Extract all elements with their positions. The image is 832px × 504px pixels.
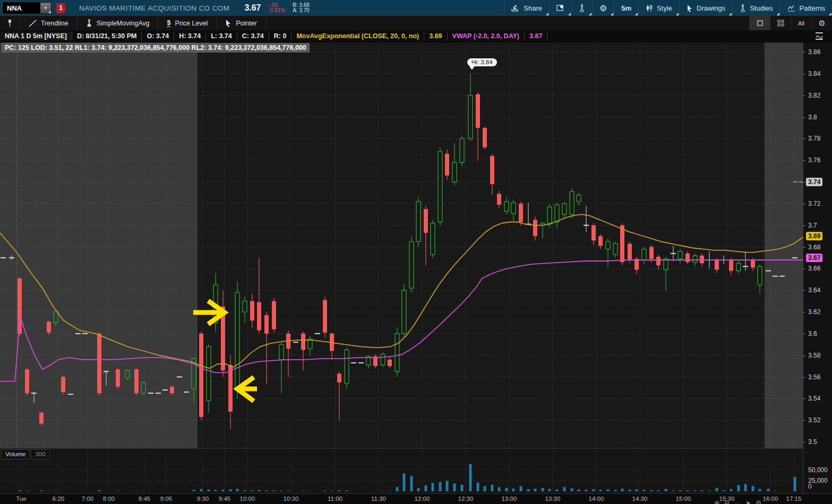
- price-axis-label: 3.64: [808, 286, 820, 294]
- study-vwap-value: 3.67: [525, 32, 547, 40]
- price-axis-label: [803, 225, 805, 226]
- chart-title: NNA 1 D 5m [NYSE]: [0, 32, 72, 40]
- price-axis-label: 3.78: [808, 135, 820, 142]
- ohlc-high: H: 3.74: [174, 32, 206, 40]
- time-axis-label: 15:00: [671, 496, 696, 502]
- price-axis-label: [803, 95, 805, 96]
- time-axis-label: 10:00: [235, 496, 260, 502]
- price-axis-label: [803, 182, 805, 183]
- time-axis-label: 10:30: [279, 496, 303, 502]
- price-axis-label: [803, 117, 805, 118]
- price-axis-label: 3.86: [808, 48, 820, 56]
- time-axis-label: 9:45: [212, 496, 237, 502]
- chart-zoom-controls[interactable]: ⊕⊖↔➤⚙: [714, 499, 766, 504]
- tool-price-level[interactable]: $ Price Level: [158, 16, 217, 30]
- time-axis-label: 13:30: [541, 496, 565, 502]
- grid-icon: [777, 20, 784, 27]
- report-button[interactable]: [549, 0, 571, 16]
- alert-badge[interactable]: 1: [56, 3, 65, 13]
- chart-datetime: D: 8/31/21, 5:30 PM: [72, 32, 142, 40]
- price-axis-label: [803, 160, 805, 161]
- time-axis-label: 9:30: [191, 496, 215, 502]
- dollar-underline-icon: $: [167, 20, 170, 27]
- chart-settings-button[interactable]: ⚙: [811, 16, 832, 30]
- price-axis-label: [803, 398, 805, 399]
- quick-chart-icon[interactable]: [814, 32, 825, 42]
- tool-simple-moving-avg[interactable]: SimpleMovingAvg: [78, 16, 159, 30]
- price-axis-label: [803, 52, 805, 53]
- share-button[interactable]: Share: [504, 0, 549, 16]
- study-ema-label[interactable]: MovAvgExponential (CLOSE, 20, 0, no): [291, 32, 424, 40]
- price-axis-label: [803, 138, 805, 139]
- settings-button[interactable]: ⚙: [592, 0, 614, 16]
- pin-toolbar-button[interactable]: [0, 16, 20, 30]
- price-axis-label: [803, 442, 805, 442]
- bid-ask: B: 3.68A: 3.70: [293, 3, 310, 13]
- symbol-input[interactable]: NNA ▼: [2, 2, 52, 14]
- price-axis-label: 0: [808, 483, 812, 490]
- patterns-button[interactable]: Patterns: [780, 0, 832, 16]
- timeframe-button[interactable]: 5m: [614, 0, 638, 16]
- volume-pane-header: Volume 300: [1, 449, 50, 459]
- flask-icon: [86, 19, 92, 27]
- price-axis-label: 3.56: [808, 373, 820, 381]
- time-axis-label: 8:00: [97, 496, 121, 502]
- last-price: 3.67: [244, 3, 261, 13]
- price-change: -.03-0.81%: [269, 3, 286, 13]
- price-axis-label: [803, 355, 805, 356]
- price-axis-label: 50,000: [808, 466, 828, 474]
- study-vwap-label[interactable]: VWAP (-2.0, 2.0, DAY): [448, 32, 525, 40]
- time-axis-label: 13:00: [497, 496, 521, 502]
- time-axis[interactable]: Tue6:207:008:008:459:059:309:4510:0010:3…: [0, 493, 832, 504]
- price-axis-label: 3.72: [808, 200, 820, 207]
- study-ema-value: 3.69: [424, 32, 447, 40]
- price-axis-label: 3.58: [808, 352, 820, 359]
- ohlc-low: L: 3.74: [206, 32, 237, 40]
- grid-layout-button[interactable]: [770, 16, 791, 30]
- style-button[interactable]: Style: [638, 0, 679, 16]
- drawing-tools-toolbar: Trendline SimpleMovingAvg $ Price Level …: [0, 16, 832, 31]
- share-icon: [511, 4, 520, 12]
- price-chart[interactable]: [0, 42, 803, 493]
- high-annotation-bubble: Hi: 3.84: [467, 58, 497, 66]
- price-axis-label: [803, 334, 805, 334]
- tool-pointer[interactable]: Pointer: [217, 16, 266, 30]
- maximize-chart-button[interactable]: [749, 16, 770, 30]
- price-axis-badge: 3.67: [806, 254, 822, 262]
- volume-pane-label[interactable]: Volume: [1, 449, 30, 459]
- price-axis-label: [803, 74, 805, 74]
- symbol-text: NNA: [3, 4, 40, 12]
- trendline-icon: [29, 20, 37, 27]
- price-axis-label: [803, 268, 805, 269]
- price-axis-label: [803, 420, 805, 421]
- candlestick-icon: [646, 4, 653, 12]
- symbol-dropdown-icon[interactable]: ▼: [40, 3, 51, 13]
- time-axis-label: 14:30: [628, 496, 652, 502]
- ohlc-open: O: 3.74: [142, 32, 174, 40]
- time-axis-label: 17:15: [782, 496, 806, 502]
- volume-pane-value[interactable]: 300: [31, 449, 49, 459]
- company-name: NAVIOS MARITIME ACQUISITION CO COM: [79, 4, 229, 12]
- pin-icon: [7, 19, 12, 27]
- ohlc-close: C: 3.74: [237, 32, 269, 40]
- status-line: PC: 125 LOD: 3.51, 22 RL1: 3.74: 9,223,3…: [2, 43, 310, 53]
- price-axis-label: 3.84: [808, 70, 820, 77]
- pointer-cursor-icon: [225, 19, 231, 27]
- ohlc-range: R: 0: [269, 32, 292, 40]
- drawings-button[interactable]: Drawings: [679, 0, 732, 16]
- analysis-tools-button[interactable]: [571, 0, 592, 16]
- price-axis[interactable]: 3.863.843.823.83.783.763.743.723.73.683.…: [803, 42, 832, 493]
- price-axis-label: [803, 204, 805, 204]
- time-axis-label: 6:20: [46, 496, 71, 502]
- cursor-icon: [687, 4, 693, 12]
- pattern-zigzag-icon: [787, 4, 796, 12]
- price-axis-label: 3.82: [808, 92, 820, 99]
- price-axis-label: 3.68: [808, 244, 820, 251]
- time-axis-label: 12:30: [453, 496, 478, 502]
- price-axis-label: 3.7: [808, 222, 817, 229]
- tool-trendline[interactable]: Trendline: [20, 16, 78, 30]
- studies-button[interactable]: Studies: [732, 0, 779, 16]
- all-charts-button[interactable]: All: [791, 16, 811, 30]
- price-axis-label: 3.52: [808, 416, 820, 424]
- time-axis-label: 14:00: [584, 496, 608, 502]
